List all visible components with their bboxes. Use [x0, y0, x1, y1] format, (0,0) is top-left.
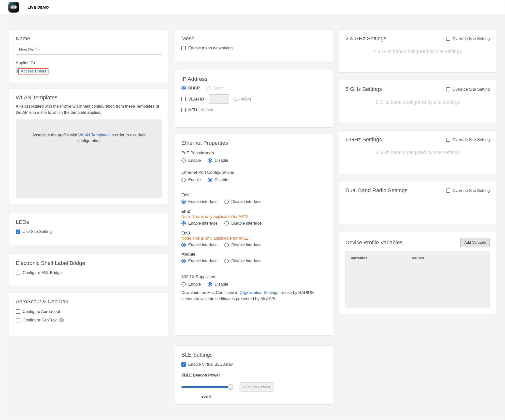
question-mark-icon[interactable]: ?: [59, 318, 64, 322]
port-config-disable-label: Disable: [215, 177, 228, 182]
eth3-enable-radio[interactable]: [181, 243, 186, 247]
band-5ghz-override-checkbox[interactable]: [446, 87, 450, 91]
supplicant-disable-radio[interactable]: [208, 282, 212, 287]
dhcp-radio[interactable]: [181, 86, 186, 90]
eth1-radio-group: Enable interface Disable interface: [181, 199, 327, 204]
poe-enable-label: Enable: [188, 158, 201, 163]
module-label: Module: [181, 252, 327, 257]
aeroscout-card-title: AeroScout & CenTrak: [16, 298, 162, 305]
robot-eye-right: [14, 6, 16, 8]
port-config-enable-radio[interactable]: [181, 178, 186, 182]
vble-power-slider-track[interactable]: [181, 386, 231, 388]
supplicant-enable-label: Enable: [188, 282, 201, 287]
enable-vble-row: Enable Virtual BLE Array: [181, 362, 327, 367]
vlan-id-input: [209, 94, 229, 104]
dual-band-override-row: Override Site Setting: [446, 188, 490, 193]
band-5ghz-placeholder: 5 GHz band configured by site settings: [346, 99, 490, 105]
configure-esl-row: Configure ESL Bridge: [16, 270, 162, 275]
eth1-disable-radio[interactable]: [224, 200, 229, 204]
vble-power-slider-thumb[interactable]: [228, 384, 233, 390]
mist-robot-logo-icon[interactable]: [8, 2, 19, 13]
applies-to-row: 0 Access Points: [16, 68, 162, 74]
applies-count: 0: [16, 69, 18, 73]
eth1-label: Eth1: [181, 193, 327, 197]
esl-bridge-card: Electronic Shelf Label Bridge Configure …: [9, 254, 169, 286]
eth2-radio-group: Enable interface Disable interface: [181, 221, 327, 226]
mtu-checkbox[interactable]: [181, 108, 186, 112]
module-enable-radio[interactable]: [181, 259, 186, 263]
annotation-red-box: Access Points: [18, 68, 48, 74]
variables-table-panel: Variables Values: [346, 251, 490, 308]
module-disable-radio[interactable]: [224, 259, 229, 263]
configure-centrak-row: Configure CenTrak ?: [16, 318, 162, 322]
configure-esl-label: Configure ESL Bridge: [23, 270, 62, 275]
reset-to-default-button: Reset to Default: [239, 382, 274, 392]
add-variable-button[interactable]: Add Variable: [460, 238, 490, 247]
static-radio: [207, 86, 211, 90]
vlan-range-hint: (1 - 4094): [233, 97, 251, 101]
wlan-templates-link[interactable]: WLAN Templates: [78, 133, 110, 137]
ip-mode-radio-group: DHCP Static: [181, 86, 327, 90]
configure-aeroscout-checkbox[interactable]: [16, 309, 20, 314]
certificate-text-prefix: Download the Mist Certificate in: [181, 290, 240, 295]
poe-radio-group: Enable Disable: [181, 158, 327, 163]
eth2-ap12-note: Note: This is only applicable for AP12: [181, 214, 327, 219]
port-config-disable-radio[interactable]: [208, 178, 212, 182]
band-6ghz-override-checkbox[interactable]: [446, 138, 450, 142]
variables-column-header: Variables: [351, 256, 367, 260]
access-points-link[interactable]: Access Points: [21, 69, 46, 73]
band-6ghz-override-label: Override Site Setting: [452, 137, 490, 142]
band-24ghz-override-row: Override Site Setting: [446, 36, 490, 41]
device-profile-variables-card: Device Profile Variables Add Variable Va…: [339, 232, 496, 314]
port-config-label: Ethernet Port Configurations: [181, 170, 327, 175]
eth2-enable-radio[interactable]: [181, 221, 186, 226]
ip-address-card: IP Address DHCP Static VLAN ID (1 - 4094…: [175, 70, 333, 128]
supplicant-enable-radio[interactable]: [181, 282, 186, 287]
eth3-ap12-note: Note: This is only applicable for AP12: [181, 236, 327, 241]
mtu-label: MTU: [188, 108, 197, 112]
configure-centrak-label: Configure CenTrak: [23, 318, 57, 322]
vlan-id-checkbox[interactable]: [181, 97, 186, 101]
values-column-header: Values: [412, 256, 424, 260]
supplicant-radio-group: Enable Disable: [181, 282, 327, 287]
dhcp-label: DHCP: [188, 86, 200, 90]
mtu-value: default: [201, 108, 213, 112]
leds-card-title: LEDs: [16, 219, 162, 225]
configure-centrak-checkbox[interactable]: [16, 318, 20, 322]
wlan-templates-card: WLAN Templates APs associated with the P…: [9, 88, 169, 204]
ble-settings-card: BLE Settings Enable Virtual BLE Array VB…: [175, 346, 333, 405]
use-site-setting-row: Use Site Setting: [16, 229, 162, 234]
configure-aeroscout-label: Configure AeroScout: [23, 309, 60, 314]
dual-band-title: Dual Band Radio Settings: [346, 187, 407, 194]
eth3-label: Eth3: [181, 231, 327, 235]
wlan-card-title: WLAN Templates: [16, 94, 162, 101]
enable-vble-checkbox[interactable]: [181, 362, 186, 367]
use-site-setting-checkbox[interactable]: [16, 230, 20, 234]
band-6ghz-placeholder: 6 GHz band configured by site settings: [346, 150, 490, 155]
poe-enable-radio[interactable]: [181, 158, 186, 163]
robot-visor: [11, 5, 17, 9]
module-enable-label: Enable interface: [188, 259, 217, 263]
eth1-enable-radio[interactable]: [181, 200, 186, 204]
port-config-radio-group: Enable Disable: [181, 177, 327, 182]
leds-card: LEDs Use Site Setting: [9, 213, 169, 245]
use-site-setting-label: Use Site Setting: [23, 229, 52, 234]
enable-mesh-checkbox[interactable]: [181, 46, 186, 50]
wlan-assoc-prefix: Associate the profile with: [32, 133, 78, 137]
poe-disable-radio[interactable]: [208, 158, 212, 163]
band-24ghz-override-checkbox[interactable]: [446, 37, 450, 41]
poe-passthrough-label: PoE Passthrough: [181, 151, 327, 156]
eth3-disable-label: Disable interface: [231, 243, 261, 247]
band-5ghz-override-row: Override Site Setting: [446, 87, 490, 92]
configure-esl-checkbox[interactable]: [16, 271, 20, 275]
band-24ghz-placeholder: 2.4 GHz band configured by site settings: [346, 49, 490, 54]
dual-band-override-checkbox[interactable]: [446, 188, 450, 193]
organization-settings-link[interactable]: Organization Settings: [240, 290, 278, 295]
profile-name-input[interactable]: [16, 45, 162, 55]
eth2-disable-radio[interactable]: [224, 221, 229, 226]
vble-power-slider-row: Reset to Default: [181, 382, 327, 392]
supplicant-label: 802.1X Supplicant: [181, 275, 327, 279]
wlan-card-description: APs associated with the Profile will inh…: [16, 103, 162, 116]
eth3-disable-radio[interactable]: [224, 243, 229, 247]
name-card-title: Name: [16, 35, 162, 42]
